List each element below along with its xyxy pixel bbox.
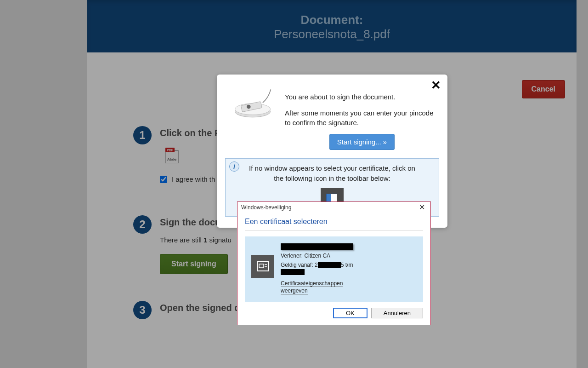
smartcard-icon (251, 255, 274, 278)
info-icon: i (229, 161, 239, 172)
issuer-row: Verlener: Citizen CA (281, 253, 353, 259)
close-icon[interactable]: ✕ (431, 79, 441, 91)
divider (245, 230, 423, 231)
info-text: If no window appears to select your cert… (232, 163, 432, 184)
card-reader-icon (232, 87, 273, 120)
redacted-name (281, 243, 353, 250)
redacted-date-from (318, 262, 341, 268)
certificate-card[interactable]: Verlener: Citizen CA Geldig vanaf: 25 t/… (245, 236, 423, 302)
windows-security-dialog: Windows-beveiliging ✕ Een certificaat se… (237, 201, 431, 325)
validity-row: Geldig vanaf: 25 t/m (281, 262, 353, 275)
svg-point-7 (247, 105, 251, 109)
windows-close-icon[interactable]: ✕ (417, 204, 427, 211)
dialog-text-2: After some moments you can enter your pi… (285, 108, 439, 127)
start-signing-dialog-button[interactable]: Start signing... » (329, 134, 395, 150)
redacted-date-to (281, 269, 305, 275)
dialog-text-1: You are about to sign the document. (285, 92, 439, 102)
annuleren-button[interactable]: Annuleren (371, 308, 423, 318)
certificate-select-title: Een certificaat selecteren (245, 218, 423, 226)
windows-dialog-title: Windows-beveiliging (241, 204, 291, 211)
certificate-properties-link[interactable]: Certificaateigenschappenweergeven (281, 280, 353, 294)
svg-rect-9 (259, 264, 264, 268)
ok-button[interactable]: OK (333, 308, 368, 318)
